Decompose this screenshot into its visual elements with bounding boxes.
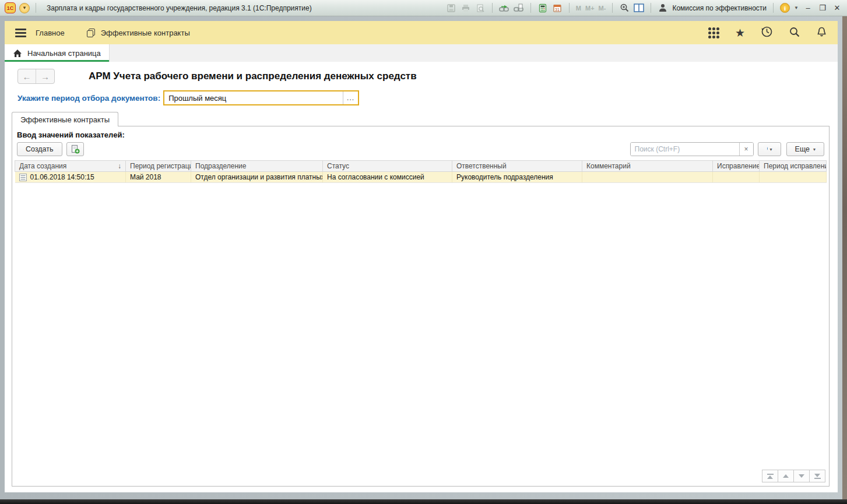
cell-comment[interactable] xyxy=(582,172,713,183)
forward-button[interactable]: → xyxy=(36,69,54,83)
cell-correction[interactable] xyxy=(713,172,760,183)
memory-m-button[interactable]: M xyxy=(576,5,581,12)
get-link-icon[interactable] xyxy=(499,3,509,13)
current-user-label: Комиссия по эффективности xyxy=(672,4,767,12)
cell-responsible[interactable]: Руководитель подразделения xyxy=(452,172,582,183)
magnifier-icon xyxy=(767,145,768,154)
save-icon[interactable] xyxy=(446,3,456,13)
list-navigation-buttons xyxy=(762,470,825,482)
memory-m-plus-button[interactable]: M+ xyxy=(585,5,595,12)
calculator-icon[interactable] xyxy=(537,3,548,13)
cell-text: 01.06.2018 14:50:15 xyxy=(30,173,94,181)
desktop-edge xyxy=(842,16,847,499)
col-header-period[interactable]: Период регистрации xyxy=(126,161,191,172)
close-button[interactable]: ✕ xyxy=(832,3,842,12)
col-header-correction-period[interactable]: Период исправления xyxy=(760,161,827,172)
document-icon xyxy=(19,174,27,181)
tab-home-label: Начальная страница xyxy=(27,49,101,58)
divider xyxy=(612,3,613,13)
section-label: Ввод значений показателей: xyxy=(17,131,829,139)
home-icon xyxy=(13,49,22,58)
window-titlebar: 1С ▼ Зарплата и кадры государственного у… xyxy=(0,0,847,16)
col-header-correction[interactable]: Исправление xyxy=(713,161,760,172)
split-columns-icon[interactable] xyxy=(634,3,644,13)
sort-desc-icon: ↓ xyxy=(118,162,121,170)
tab-home-page[interactable]: Начальная страница xyxy=(5,44,110,62)
window-frame: Главное Эффективные контракты ★ xyxy=(0,16,842,499)
search-icon[interactable] xyxy=(789,26,800,40)
new-document-icon xyxy=(71,144,80,154)
app-panel: Главное Эффективные контракты ★ xyxy=(5,21,838,44)
print-icon[interactable] xyxy=(461,3,471,13)
cell-created[interactable]: 01.06.2018 14:50:15 xyxy=(15,172,126,183)
page-title: АРМ Учета рабочего времени и распределен… xyxy=(89,71,417,82)
window-title: Зарплата и кадры государственного учрежд… xyxy=(47,4,312,12)
history-nav-group: ← → xyxy=(17,69,55,84)
documents-icon xyxy=(87,29,96,37)
divider xyxy=(773,3,774,13)
go-first-button[interactable] xyxy=(762,470,778,482)
table-row[interactable]: 01.06.2018 14:50:15 Май 2018 Отдел орган… xyxy=(15,172,827,183)
divider xyxy=(492,3,493,13)
col-header-department[interactable]: Подразделение xyxy=(191,161,323,172)
col-header-comment[interactable]: Комментарий xyxy=(582,161,713,172)
search-dropdown-caret-icon: ▾ xyxy=(770,147,772,152)
documents-table: Дата создания ↓ Период регистрации Подра… xyxy=(15,160,827,183)
back-button[interactable]: ← xyxy=(18,69,36,83)
appbar-item-label: Главное xyxy=(36,29,65,37)
col-header-responsible[interactable]: Ответственный xyxy=(452,161,582,172)
screen: 1С ▼ Зарплата и кадры государственного у… xyxy=(0,0,847,504)
print-preview-icon[interactable] xyxy=(475,3,486,13)
search-input[interactable] xyxy=(631,143,739,156)
more-button-label: Еще xyxy=(795,145,810,153)
cell-status[interactable]: На согласовании с комиссией xyxy=(323,172,452,183)
go-previous-button[interactable] xyxy=(778,470,794,482)
table-header-row: Дата создания ↓ Период регистрации Подра… xyxy=(15,161,827,172)
search-field-group: × xyxy=(630,142,754,156)
create-copy-button[interactable] xyxy=(66,142,84,156)
main-menu-icon[interactable] xyxy=(15,29,26,37)
period-filter-field: ... xyxy=(163,90,359,105)
col-header-status[interactable]: Статус xyxy=(323,161,452,172)
system-menu-button[interactable]: ▼ xyxy=(19,3,30,13)
all-functions-grid-icon[interactable] xyxy=(708,27,719,38)
info-button[interactable]: i xyxy=(780,3,790,13)
taskbar-edge xyxy=(0,499,847,504)
period-input[interactable] xyxy=(164,91,343,104)
effective-contracts-panel: Ввод значений показателей: Создать × xyxy=(12,126,830,487)
search-clear-button[interactable]: × xyxy=(739,143,753,156)
period-choose-button[interactable]: ... xyxy=(343,91,358,104)
cell-period[interactable]: Май 2018 xyxy=(126,172,191,183)
col-header-label: Дата создания xyxy=(19,162,66,170)
minimize-button[interactable]: – xyxy=(803,3,813,12)
app-logo-1c-icon: 1С xyxy=(5,2,16,13)
tab-label: Эффективные контракты xyxy=(20,115,110,124)
more-button[interactable]: Еще ▾ xyxy=(786,142,824,156)
user-icon xyxy=(658,3,668,13)
go-last-button[interactable] xyxy=(809,470,825,482)
memory-m-minus-button[interactable]: M- xyxy=(599,5,606,12)
home-page-content: ← → АРМ Учета рабочего времени и распред… xyxy=(5,62,838,492)
maximize-button[interactable]: ❒ xyxy=(817,3,828,12)
open-windows-tabstrip: Начальная страница xyxy=(5,44,838,62)
create-button[interactable]: Создать xyxy=(17,142,62,156)
go-to-link-icon[interactable] xyxy=(514,3,524,13)
go-next-button[interactable] xyxy=(793,470,810,482)
cell-correction-period[interactable] xyxy=(760,172,827,183)
list-toolbar: Создать × ▾ xyxy=(17,142,824,156)
favorites-star-icon[interactable]: ★ xyxy=(735,27,745,38)
cell-department[interactable]: Отдел организации и развития платных ... xyxy=(191,172,323,183)
notifications-bell-icon[interactable] xyxy=(816,26,827,40)
col-header-created[interactable]: Дата создания ↓ xyxy=(15,161,126,172)
calendar-icon[interactable]: 31 xyxy=(552,3,563,13)
divider xyxy=(651,3,651,13)
history-icon[interactable] xyxy=(761,26,773,40)
search-button[interactable]: ▾ xyxy=(758,142,781,156)
tab-effective-contracts[interactable]: Эффективные контракты xyxy=(12,112,118,126)
divider xyxy=(36,3,36,13)
appbar-item-main[interactable]: Главное xyxy=(36,29,65,37)
info-dropdown-caret-icon[interactable]: ▼ xyxy=(794,5,799,10)
zoom-icon[interactable] xyxy=(619,3,630,13)
appbar-item-label: Эффективные контракты xyxy=(101,29,190,37)
appbar-item-effective-contracts[interactable]: Эффективные контракты xyxy=(87,29,190,37)
